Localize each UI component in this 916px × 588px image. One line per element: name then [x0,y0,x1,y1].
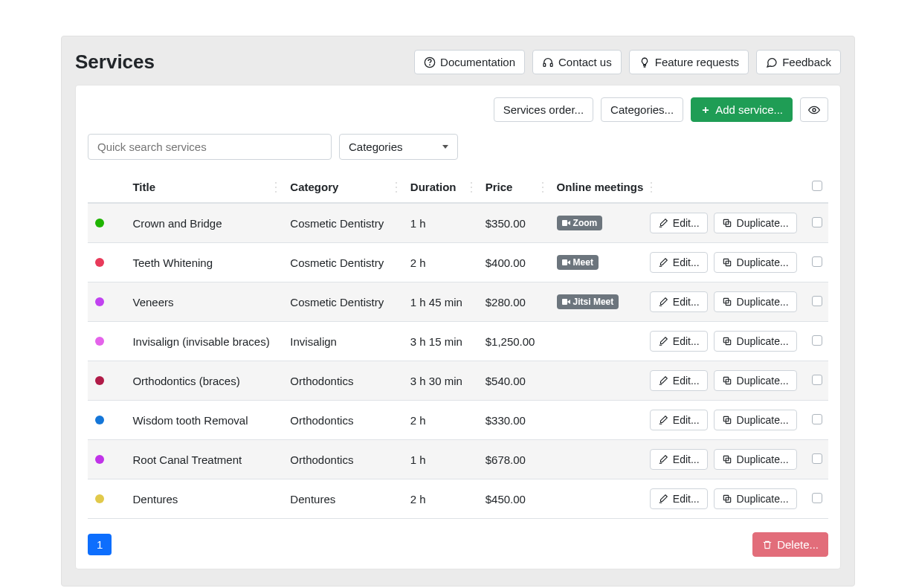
duplicate-icon [722,297,732,307]
online-meeting-badge: Zoom [557,216,603,230]
add-service-button[interactable]: Add service... [691,97,793,122]
row-checkbox[interactable] [812,256,822,267]
search-input[interactable] [88,134,332,160]
delete-button[interactable]: Delete... [752,532,828,557]
categories-label: Categories... [610,103,674,116]
cell-category: Cosmetic Dentistry [283,203,402,243]
duplicate-label: Duplicate... [737,335,789,347]
online-label: Zoom [573,218,598,228]
cell-category: Invisalign [283,322,402,361]
color-dot [95,219,104,227]
page-header: Services Documentation Contact us Featur… [75,50,841,74]
edit-icon [658,454,668,465]
cell-price: $1,250.00 [478,322,549,361]
table-row: Crown and BridgeCosmetic Dentistry1 h$35… [88,203,828,243]
header-buttons: Documentation Contact us Feature request… [414,50,841,74]
edit-button[interactable]: Edit... [650,449,708,470]
edit-icon [658,494,668,504]
contact-label: Contact us [558,56,612,68]
feature-requests-button[interactable]: Feature requests [629,50,749,74]
duplicate-icon [722,454,732,465]
visibility-toggle-button[interactable] [800,97,828,122]
duplicate-icon [722,415,732,425]
color-dot [95,416,104,424]
page-container: Services Documentation Contact us Featur… [61,36,855,587]
row-checkbox[interactable] [812,335,822,346]
row-checkbox[interactable] [812,296,822,306]
chevron-down-icon [442,145,448,149]
categories-filter-label: Categories [349,140,403,153]
edit-button[interactable]: Edit... [650,291,708,312]
duplicate-button[interactable]: Duplicate... [714,252,797,273]
edit-label: Edit... [673,453,700,465]
edit-label: Edit... [673,493,700,505]
cell-price: $330.00 [478,401,549,440]
duplicate-button[interactable]: Duplicate... [714,291,797,312]
row-checkbox[interactable] [812,375,822,385]
categories-button[interactable]: Categories... [601,97,683,122]
row-checkbox[interactable] [812,493,822,503]
services-order-button[interactable]: Services order... [494,97,593,122]
cell-title: Crown and Bridge [125,203,283,243]
sort-icon [471,182,472,193]
chat-icon [766,56,778,68]
edit-button[interactable]: Edit... [650,213,708,233]
edit-icon [658,336,668,346]
feedback-label: Feedback [782,56,831,68]
cell-title: Veneers [125,282,283,322]
duplicate-icon [722,494,732,504]
sort-icon [651,182,652,193]
edit-button[interactable]: Edit... [650,252,708,273]
filters: Categories [88,134,828,160]
cell-duration: 2 h [403,401,478,440]
duplicate-button[interactable]: Duplicate... [714,213,797,233]
cell-category: Cosmetic Dentistry [283,282,402,322]
th-title[interactable]: Title [125,172,283,203]
edit-button[interactable]: Edit... [650,331,708,352]
duplicate-button[interactable]: Duplicate... [714,488,797,509]
documentation-button[interactable]: Documentation [414,50,525,74]
duplicate-button[interactable]: Duplicate... [714,410,797,430]
duplicate-label: Duplicate... [737,217,789,229]
edit-button[interactable]: Edit... [650,410,708,430]
feedback-button[interactable]: Feedback [756,50,841,74]
duplicate-label: Duplicate... [737,375,789,387]
pagination-row: 1 Delete... [88,532,828,557]
duplicate-button[interactable]: Duplicate... [714,449,797,470]
cell-category: Orthodontics [283,440,402,479]
duplicate-icon [722,336,732,346]
color-dot [95,494,104,503]
th-category[interactable]: Category [283,172,402,203]
edit-label: Edit... [673,375,700,387]
contact-button[interactable]: Contact us [532,50,622,74]
svg-point-4 [813,109,816,112]
th-price[interactable]: Price [478,172,549,203]
row-checkbox[interactable] [812,414,822,424]
page-number[interactable]: 1 [88,534,112,555]
edit-button[interactable]: Edit... [650,370,708,391]
documentation-label: Documentation [440,56,515,68]
row-checkbox[interactable] [812,217,822,227]
row-checkbox[interactable] [812,453,822,464]
sort-icon [542,182,544,193]
categories-filter[interactable]: Categories [339,134,458,160]
select-all-checkbox[interactable] [812,181,822,191]
th-online[interactable]: Online meetings [549,172,658,203]
cell-title: Dentures [125,479,283,519]
cell-price: $678.00 [478,440,549,479]
duplicate-button[interactable]: Duplicate... [714,331,797,352]
edit-button[interactable]: Edit... [650,488,708,509]
cell-title: Wisdom tooth Removal [125,401,283,440]
th-duration[interactable]: Duration [403,172,478,203]
svg-rect-2 [544,63,546,66]
edit-label: Edit... [673,414,700,426]
table-header-row: Title Category Duration Price Online mee… [88,172,828,203]
table-row: VeneersCosmetic Dentistry1 h 45 min$280.… [88,282,828,322]
top-actions: Services order... Categories... Add serv… [88,97,828,122]
online-meeting-badge: Meet [557,255,599,270]
help-icon [424,56,436,68]
duplicate-button[interactable]: Duplicate... [714,370,797,391]
video-icon [562,299,570,305]
services-table: Title Category Duration Price Online mee… [88,172,828,519]
duplicate-label: Duplicate... [737,493,789,505]
